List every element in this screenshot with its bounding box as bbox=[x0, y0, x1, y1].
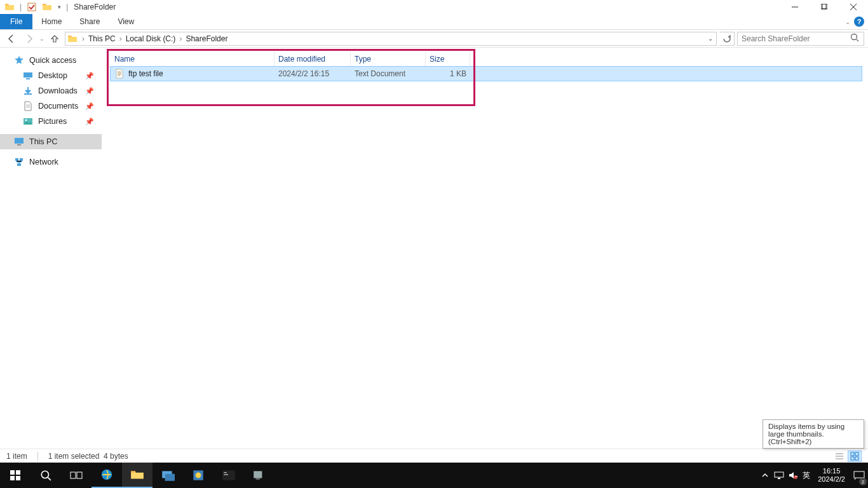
tab-share[interactable]: Share bbox=[71, 14, 109, 29]
qat-dropdown[interactable]: ▾ bbox=[55, 0, 63, 14]
svg-rect-0 bbox=[28, 3, 36, 11]
taskbar: 英 16:15 2024/2/2 2 bbox=[0, 463, 868, 488]
file-row[interactable]: ftp test file 2024/2/2 16:15 Text Docume… bbox=[111, 67, 862, 81]
notification-badge: 2 bbox=[859, 478, 867, 485]
refresh-button[interactable] bbox=[719, 32, 735, 46]
taskbar-app-3[interactable] bbox=[214, 463, 244, 488]
svg-rect-14 bbox=[851, 452, 854, 456]
svg-rect-16 bbox=[851, 457, 854, 460]
taskbar-explorer[interactable] bbox=[122, 463, 153, 488]
file-name: ftp test file bbox=[128, 69, 163, 78]
chevron-right-icon[interactable]: › bbox=[118, 34, 123, 43]
svg-rect-10 bbox=[17, 144, 21, 146]
sidebar-item-pictures[interactable]: Pictures 📌 bbox=[0, 114, 102, 129]
svg-rect-12 bbox=[20, 158, 23, 161]
svg-rect-1 bbox=[821, 4, 826, 9]
breadcrumb[interactable]: › This PC › Local Disk (C:) › ShareFolde… bbox=[65, 32, 717, 46]
sidebar-network[interactable]: Network bbox=[0, 154, 102, 170]
navigation-pane: Quick access Desktop 📌 Downloads 📌 Docum… bbox=[0, 48, 102, 449]
svg-rect-19 bbox=[16, 470, 20, 475]
svg-rect-9 bbox=[15, 138, 24, 144]
svg-rect-36 bbox=[854, 471, 864, 478]
breadcrumb-this-pc[interactable]: This PC bbox=[86, 34, 118, 43]
svg-rect-30 bbox=[222, 470, 235, 480]
svg-rect-4 bbox=[24, 72, 32, 78]
tray-volume-icon[interactable] bbox=[786, 463, 800, 488]
svg-rect-31 bbox=[254, 471, 262, 478]
window-title: ShareFolder bbox=[70, 3, 116, 11]
sidebar-item-downloads[interactable]: Downloads 📌 bbox=[0, 83, 102, 98]
path-dropdown[interactable]: ⌄ bbox=[705, 35, 716, 42]
column-headers: Name ˄ Date modified Type Size bbox=[111, 51, 862, 67]
chevron-right-icon[interactable]: › bbox=[81, 34, 86, 43]
minimize-button[interactable] bbox=[780, 0, 810, 14]
tray-date: 2024/2/2 bbox=[818, 475, 845, 484]
sidebar-quick-access[interactable]: Quick access bbox=[0, 53, 102, 68]
folder-icon bbox=[3, 0, 17, 14]
tray-ime[interactable]: 英 bbox=[800, 470, 813, 481]
search-button[interactable] bbox=[31, 463, 61, 488]
taskbar-app-1[interactable] bbox=[153, 463, 183, 488]
breadcrumb-sharefolder[interactable]: ShareFolder bbox=[183, 34, 230, 43]
view-large-icons-button[interactable] bbox=[848, 451, 862, 462]
taskbar-app-2[interactable] bbox=[183, 463, 214, 488]
properties-button[interactable] bbox=[25, 0, 39, 14]
svg-rect-15 bbox=[855, 452, 858, 456]
column-label: Date modified bbox=[278, 55, 325, 64]
up-button[interactable] bbox=[47, 31, 62, 46]
ribbon: File Home Share View ⌄ ? bbox=[0, 14, 868, 30]
pin-icon: 📌 bbox=[85, 118, 94, 126]
search-input[interactable] bbox=[742, 34, 850, 43]
svg-point-29 bbox=[196, 473, 201, 478]
view-details-button[interactable] bbox=[832, 451, 846, 462]
help-button[interactable]: ? bbox=[854, 17, 864, 27]
pin-icon: 📌 bbox=[85, 87, 94, 95]
file-list[interactable]: Name ˄ Date modified Type Size ftp test … bbox=[102, 48, 868, 449]
svg-point-22 bbox=[41, 471, 48, 478]
search-icon[interactable] bbox=[850, 32, 860, 44]
forward-button[interactable] bbox=[22, 31, 37, 46]
svg-rect-18 bbox=[10, 470, 15, 475]
taskbar-ie[interactable] bbox=[92, 463, 122, 488]
tab-home[interactable]: Home bbox=[32, 14, 71, 29]
tab-view[interactable]: View bbox=[109, 14, 143, 29]
column-date[interactable]: Date modified bbox=[275, 51, 351, 66]
svg-rect-27 bbox=[165, 474, 175, 481]
tray-clock[interactable]: 16:15 2024/2/2 bbox=[813, 467, 850, 484]
task-view-button[interactable] bbox=[61, 463, 92, 488]
ribbon-collapse-icon[interactable]: ⌄ bbox=[845, 18, 850, 25]
breadcrumb-local-disk[interactable]: Local Disk (C:) bbox=[123, 34, 179, 43]
svg-rect-23 bbox=[71, 472, 76, 478]
taskbar-app-4[interactable] bbox=[244, 463, 275, 488]
separator: | bbox=[64, 3, 70, 11]
start-button[interactable] bbox=[0, 463, 31, 488]
close-button[interactable] bbox=[839, 0, 868, 14]
tray-time: 16:15 bbox=[818, 467, 845, 475]
sidebar-this-pc[interactable]: This PC bbox=[0, 134, 102, 149]
this-pc-icon bbox=[14, 137, 24, 147]
file-size: 1 KB bbox=[426, 69, 470, 78]
search-box[interactable] bbox=[737, 32, 864, 46]
tray-notifications[interactable]: 2 bbox=[850, 463, 868, 488]
desktop-icon bbox=[23, 71, 33, 81]
sidebar-item-label: Documents bbox=[38, 102, 78, 111]
sidebar-item-desktop[interactable]: Desktop 📌 bbox=[0, 68, 102, 83]
window-controls bbox=[780, 0, 868, 14]
chevron-right-icon[interactable]: › bbox=[178, 34, 183, 43]
svg-rect-2 bbox=[822, 4, 827, 9]
title-bar: | ▾ | ShareFolder bbox=[0, 0, 868, 14]
network-icon bbox=[14, 157, 24, 167]
column-size[interactable]: Size bbox=[426, 51, 470, 66]
tray-network-icon[interactable] bbox=[772, 463, 786, 488]
folder-icon bbox=[67, 33, 78, 44]
maximize-button[interactable] bbox=[810, 0, 839, 14]
history-dropdown[interactable]: ⌄ bbox=[39, 36, 44, 42]
status-item-count: 1 item bbox=[6, 452, 27, 461]
sidebar-item-documents[interactable]: Documents 📌 bbox=[0, 98, 102, 114]
column-name[interactable]: Name ˄ bbox=[111, 51, 275, 66]
svg-point-35 bbox=[794, 475, 797, 479]
tray-overflow[interactable] bbox=[758, 463, 772, 488]
tab-file[interactable]: File bbox=[0, 14, 32, 29]
column-type[interactable]: Type bbox=[351, 51, 426, 66]
back-button[interactable] bbox=[4, 31, 19, 46]
